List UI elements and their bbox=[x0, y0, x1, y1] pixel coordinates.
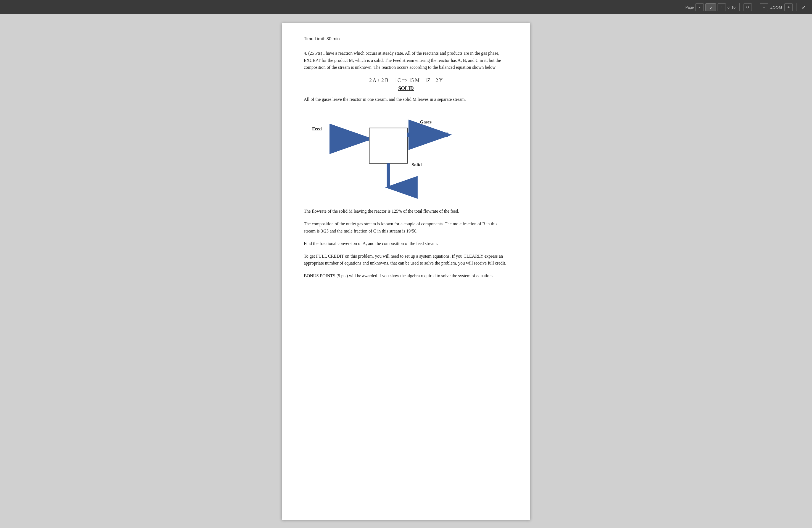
divider-2 bbox=[756, 3, 756, 11]
composition-paragraph: The composition of the outlet gas stream… bbox=[304, 220, 508, 234]
bonus-paragraph: BONUS POINTS (5 pts) will be awarded if … bbox=[304, 272, 508, 279]
toolbar: Page ‹ › of 10 ↺ − ZOOM + ⤢ bbox=[0, 0, 812, 14]
problem-4: 4. (25 Pts) I have a reaction which occu… bbox=[304, 50, 508, 279]
flowrate-paragraph: The flowrate of the solid M leaving the … bbox=[304, 208, 508, 215]
expand-button[interactable]: ⤢ bbox=[801, 4, 807, 11]
equation-text: 2 A + 2 B + 1 C => 15 M + 1Z + 2 Y bbox=[369, 78, 443, 83]
zoom-out-button[interactable]: − bbox=[760, 3, 768, 11]
problem-intro-line: 4. (25 Pts) I have a reaction which occu… bbox=[304, 50, 508, 71]
credit-paragraph: To get FULL CREDIT on this problem, you … bbox=[304, 253, 508, 267]
zoom-label: ZOOM bbox=[770, 5, 782, 10]
problem-intro-text: I have a reaction which occurs at steady… bbox=[304, 51, 501, 70]
page-label: Page bbox=[685, 5, 694, 10]
problem-points: (25 Pts) bbox=[308, 51, 322, 56]
page-navigation: Page ‹ › of 10 bbox=[685, 3, 736, 11]
find-paragraph: Find the fractional conversion of A, and… bbox=[304, 240, 508, 247]
chemical-equation: 2 A + 2 B + 1 C => 15 M + 1Z + 2 Y bbox=[304, 78, 508, 84]
svg-rect-4 bbox=[369, 128, 407, 163]
page-total: of 10 bbox=[727, 5, 736, 10]
problem-number-label: 4. bbox=[304, 51, 307, 56]
page-wrapper: Time Limit: 30 min 4. (25 Pts) I have a … bbox=[0, 14, 812, 528]
time-limit-text: Time Limit: 30 min bbox=[304, 36, 340, 41]
zoom-in-button[interactable]: + bbox=[784, 3, 793, 11]
refresh-button[interactable]: ↺ bbox=[743, 3, 752, 11]
diagram-svg bbox=[304, 111, 508, 200]
next-page-button[interactable]: › bbox=[717, 3, 726, 11]
prev-page-button[interactable]: ‹ bbox=[695, 3, 704, 11]
all-gases-paragraph: All of the gases leave the reactor in on… bbox=[304, 96, 508, 103]
page-number-input[interactable] bbox=[706, 3, 716, 11]
divider-1 bbox=[739, 3, 740, 11]
document-page: Time Limit: 30 min 4. (25 Pts) I have a … bbox=[282, 23, 530, 520]
solid-label-text: SOLID bbox=[304, 86, 508, 91]
reactor-diagram: Feed Gases Reactor 1 Solid bbox=[304, 111, 508, 200]
partial-header: Time Limit: 30 min bbox=[304, 36, 508, 41]
